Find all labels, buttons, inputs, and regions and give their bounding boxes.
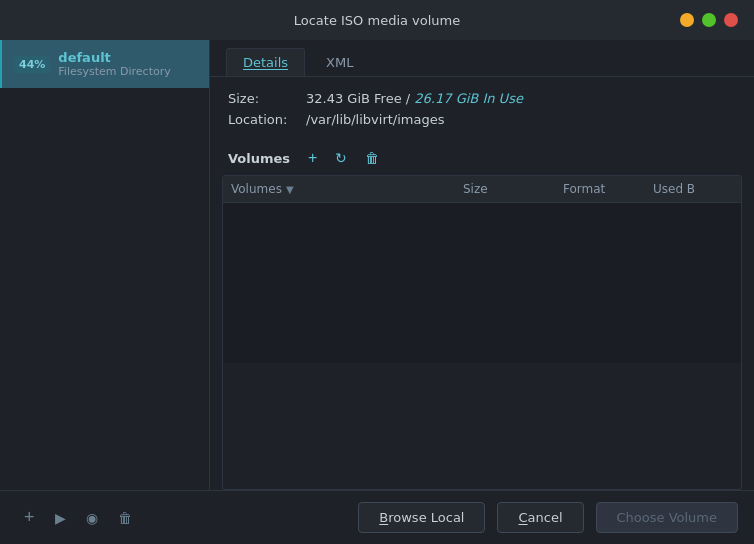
window-title: Locate ISO media volume (294, 13, 461, 28)
sidebar-item-badge: 44% (14, 56, 50, 73)
location-label: Location: (228, 112, 298, 127)
start-pool-button[interactable]: ▶ (51, 506, 70, 530)
cancel-label: Cancel (518, 510, 562, 525)
col-size: Size (463, 182, 563, 196)
delete-volume-button[interactable]: 🗑 (361, 148, 383, 168)
location-value: /var/lib/libvirt/images (306, 112, 445, 127)
info-section: Size: 32.43 GiB Free / 26.17 GiB In Use … (210, 77, 754, 141)
sidebar-item-type: Filesystem Directory (58, 65, 170, 78)
choose-volume-label: Choose Volume (617, 510, 717, 525)
bottom-bar: + ▶ ◉ 🗑 Browse Local Cancel Choose Volum… (0, 490, 754, 544)
size-label: Size: (228, 91, 298, 106)
delete-icon: 🗑 (365, 150, 379, 166)
col-volumes: Volumes ▼ (231, 182, 463, 196)
volumes-label: Volumes (228, 151, 290, 166)
refresh-icon: ↻ (335, 150, 347, 166)
cancel-button[interactable]: Cancel (497, 502, 583, 533)
add-volume-button[interactable]: + (304, 147, 321, 169)
sidebar-item-name: default (58, 50, 170, 65)
delete-pool-button[interactable]: 🗑 (114, 506, 136, 530)
maximize-button[interactable] (702, 13, 716, 27)
stop-pool-button[interactable]: ◉ (82, 506, 102, 530)
sidebar-item-default[interactable]: 44% default Filesystem Directory (0, 40, 209, 88)
add-pool-button[interactable]: + (20, 503, 39, 532)
choose-volume-button[interactable]: Choose Volume (596, 502, 738, 533)
tab-xml[interactable]: XML (309, 48, 370, 76)
size-value: 32.43 GiB Free / 26.17 GiB In Use (306, 91, 523, 106)
volumes-table: Volumes ▼ Size Format Used B (222, 175, 742, 490)
browse-local-button[interactable]: Browse Local (358, 502, 485, 533)
tab-details[interactable]: Details (226, 48, 305, 76)
browse-local-label: Browse Local (379, 510, 464, 525)
close-button[interactable] (724, 13, 738, 27)
refresh-volumes-button[interactable]: ↻ (331, 148, 351, 168)
sort-icon: ▼ (286, 184, 294, 195)
minimize-button[interactable] (680, 13, 694, 27)
detail-panel: Details XML Size: 32.43 GiB Free / 26.17… (210, 40, 754, 490)
sidebar: 44% default Filesystem Directory (0, 40, 210, 490)
col-format: Format (563, 182, 653, 196)
table-header: Volumes ▼ Size Format Used B (223, 176, 741, 203)
table-body (223, 203, 741, 363)
volumes-toolbar: Volumes + ↻ 🗑 (210, 141, 754, 175)
tabs: Details XML (210, 40, 754, 77)
col-used: Used B (653, 182, 733, 196)
title-bar: Locate ISO media volume (0, 0, 754, 40)
